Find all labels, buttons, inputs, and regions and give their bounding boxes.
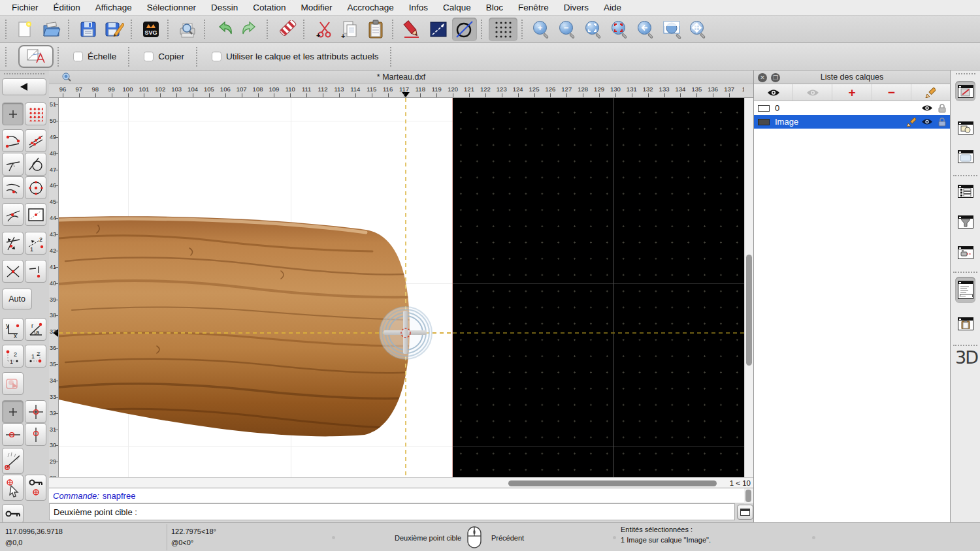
snap-tangent-button[interactable] [25, 153, 46, 176]
selection-filter-panel-button[interactable] [955, 212, 975, 232]
menu-item-accrochage[interactable]: Accrochage [347, 3, 393, 12]
paste-button[interactable] [363, 18, 388, 41]
draw-pen-button[interactable] [400, 18, 425, 41]
use-current-layer-checkbox[interactable]: Utiliser le calque et les attributs actu… [212, 52, 378, 61]
menu-item-modifier[interactable]: Modifier [301, 3, 332, 12]
layer-row-0[interactable]: 0 [754, 101, 950, 115]
snap-grid-button[interactable] [25, 102, 46, 125]
snap-intersection-button[interactable] [2, 232, 24, 255]
menu-item-fenêtre[interactable]: Fenêtre [518, 3, 549, 12]
edit-layer-button[interactable] [911, 84, 950, 101]
layer-list-panel-button[interactable] [955, 81, 975, 101]
show-all-layers-button[interactable] [754, 84, 793, 101]
snap-coordinate-button[interactable] [2, 475, 24, 501]
open-file-button[interactable] [39, 18, 64, 41]
add-layer-button[interactable]: + [832, 84, 872, 101]
snap-distance-button[interactable] [25, 260, 46, 283]
cut-button[interactable]: + [311, 18, 336, 41]
snap-tangential-button[interactable] [2, 203, 24, 226]
print-preview-button[interactable] [175, 18, 200, 41]
dock-handle[interactable] [956, 73, 975, 76]
block-list-panel-button[interactable] [955, 118, 975, 138]
horizontal-scrollbar-thumb[interactable] [508, 480, 717, 486]
vertical-scrollbar-thumb[interactable] [746, 255, 752, 366]
property-editor-panel-button[interactable] [955, 181, 975, 201]
command-input-row[interactable]: Deuxième point cible : [49, 503, 735, 520]
redo-button[interactable] [238, 18, 263, 41]
svg-export-button[interactable]: SVG [139, 18, 163, 41]
restrict-horizontal-button[interactable] [2, 423, 24, 446]
command-line-panel-button[interactable] [955, 277, 975, 303]
restrict-orthogonal-button[interactable] [25, 400, 46, 423]
canvas-vertical-scrollbar[interactable] [744, 98, 753, 477]
history-scrollbar[interactable] [744, 488, 753, 503]
snap-middle-button[interactable] [2, 176, 24, 199]
back-button[interactable] [2, 78, 46, 95]
menu-item-dessin[interactable]: Dessin [211, 3, 238, 12]
relative-2-1-button[interactable]: 1 2 [25, 345, 46, 368]
snap-x-button[interactable] [2, 260, 24, 283]
hide-all-layers-button[interactable] [793, 84, 832, 101]
new-file-button[interactable] [13, 18, 38, 41]
relative-1-2-button[interactable]: 1 2 [2, 345, 24, 368]
restrict-vertical-button[interactable] [25, 423, 46, 446]
copy-checkbox[interactable]: Copier [144, 52, 184, 61]
snap-perpendicular-button[interactable] [2, 153, 24, 176]
drawing-canvas[interactable] [59, 98, 744, 477]
layer-lock-icon[interactable] [938, 118, 946, 127]
menu-item-divers[interactable]: Divers [564, 3, 589, 12]
layer-lock-icon[interactable] [938, 104, 946, 113]
menu-item-fichier[interactable]: Fichier [12, 3, 39, 12]
command-line-toggle-button[interactable] [737, 505, 753, 520]
current-tool-button[interactable] [18, 45, 54, 68]
menu-item-aide[interactable]: Aide [604, 3, 621, 12]
clipboard-panel-button[interactable] [955, 313, 975, 334]
menu-item-bloc[interactable]: Bloc [486, 3, 503, 12]
palette-handle[interactable] [4, 73, 44, 76]
copy-button[interactable]: + [337, 18, 362, 41]
pan-button[interactable] [686, 18, 711, 41]
snap-auto-button[interactable]: Auto [2, 289, 32, 309]
zoom-in-button[interactable]: + [529, 18, 554, 41]
snap-endpoints-button[interactable] [2, 129, 24, 152]
restrict-none-button[interactable] [2, 400, 24, 423]
zoom-out-button[interactable]: − [555, 18, 580, 41]
menu-item-édition[interactable]: Édition [54, 3, 80, 12]
zoom-window-button[interactable] [660, 18, 685, 41]
layer-color-swatch[interactable] [758, 105, 770, 112]
save-button[interactable] [76, 18, 101, 41]
snap-free-button[interactable] [2, 102, 24, 125]
snap-reference-button[interactable] [25, 203, 46, 226]
undo-button[interactable] [212, 18, 237, 41]
use-current-layer-checkbox-box[interactable] [212, 52, 221, 61]
copy-checkbox-box[interactable] [144, 52, 154, 61]
snap-on-entity-button[interactable] [25, 129, 46, 152]
menu-item-infos[interactable]: Infos [409, 3, 428, 12]
menu-item-cotation[interactable]: Cotation [253, 3, 286, 12]
canvas-horizontal-scrollbar[interactable]: 1 < 10 [49, 477, 753, 488]
command-input[interactable] [137, 505, 734, 518]
lock-relative-zero-button[interactable] [2, 504, 24, 524]
circle-slash-tool-button[interactable] [452, 18, 477, 41]
scale-checkbox-box[interactable] [73, 52, 83, 61]
coordinate-polar-button[interactable]: r a [25, 318, 46, 341]
restrict-angle-button[interactable] [2, 448, 24, 474]
library-browser-panel-button[interactable] [955, 146, 975, 166]
3d-mode-label[interactable]: 3D [954, 347, 979, 368]
restrict-off-button[interactable] [2, 372, 24, 395]
line-tool-button[interactable] [426, 18, 451, 41]
history-scrollbar-thumb[interactable] [745, 490, 751, 502]
layer-visibility-icon[interactable] [921, 104, 933, 112]
canvas-background-region[interactable] [453, 98, 744, 477]
save-as-button[interactable] [102, 18, 127, 41]
menu-item-calque[interactable]: Calque [443, 3, 471, 12]
coordinate-cartesian-button[interactable]: y x [2, 318, 24, 341]
layer-color-swatch[interactable] [758, 119, 770, 125]
zoom-selection-button[interactable] [608, 18, 632, 41]
menu-item-sélectionner[interactable]: Sélectionner [147, 3, 196, 12]
snap-lock-button[interactable] [25, 475, 46, 501]
snap-center-button[interactable] [25, 176, 46, 199]
remove-layer-button[interactable]: − [872, 84, 911, 101]
erase-button[interactable] [274, 18, 299, 41]
grid-toggle-button[interactable] [489, 18, 517, 41]
